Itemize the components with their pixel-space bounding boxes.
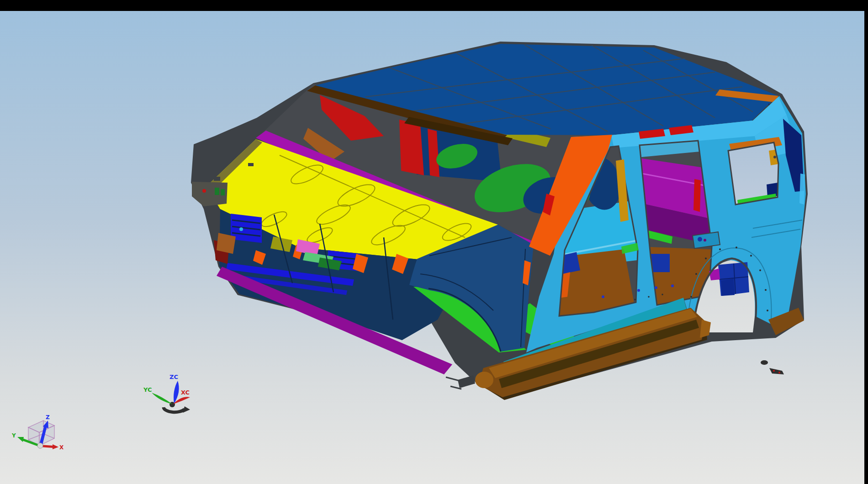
handle-blue-bit (698, 237, 702, 242)
hood-vent-hole (248, 163, 254, 166)
cad-canvas[interactable]: ZC YC XC Z Y X (0, 0, 868, 484)
debris-red-dot (773, 370, 775, 372)
right-black-bar (864, 0, 868, 484)
datum-origin-sphere[interactable] (37, 443, 43, 448)
datum-z-label: Z (46, 414, 50, 421)
firewall-red-strip (399, 120, 424, 175)
datum-y-label: Y (11, 432, 16, 439)
hood-vent-hole (214, 177, 220, 181)
top-black-bar (0, 0, 868, 11)
trim-red-sliver (693, 179, 701, 212)
wheelhouse-box-sub (721, 279, 735, 296)
wcs-yc-label: YC (143, 386, 152, 393)
wcs-zc-label: ZC (169, 374, 178, 380)
debris-piece[interactable] (761, 360, 768, 365)
cyan-dot (239, 227, 243, 231)
datum-x-label: X (59, 444, 64, 451)
tip-green-block (215, 188, 219, 195)
wcs-xc-label: XC (181, 389, 190, 396)
handle-purple-bit (704, 239, 706, 242)
board-left-cap (475, 372, 493, 388)
bracket-hole (773, 156, 776, 158)
brown-bit (217, 233, 236, 254)
tip-red-dot (202, 189, 206, 193)
tip-green-block (221, 189, 225, 195)
d-pillar-cyan-sliver (799, 174, 805, 205)
cad-graphics-window[interactable]: ZC YC XC Z Y X (0, 0, 868, 484)
debris-red-dot (778, 372, 780, 374)
